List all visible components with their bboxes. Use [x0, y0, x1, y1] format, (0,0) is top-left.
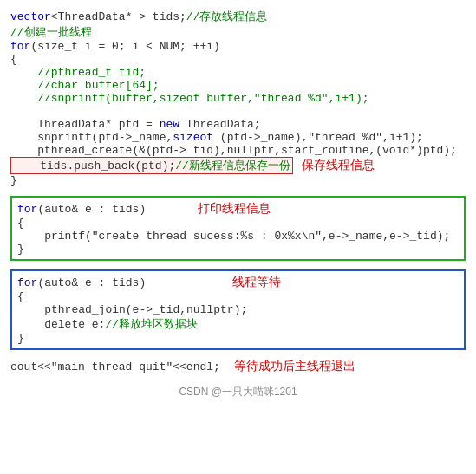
- code-line: {: [10, 53, 466, 66]
- code-text: pthread_join(e->_tid,nullptr);: [17, 303, 247, 316]
- code-text: //char buffer[64];: [10, 79, 160, 92]
- code-line: //char buffer[64];: [10, 79, 466, 92]
- code-text: for(auto& e : tids): [17, 203, 146, 216]
- code-line: }: [17, 243, 459, 256]
- code-line: pthread_create(&(ptd-> tid),nullptr,star…: [10, 144, 466, 157]
- code-text: {: [17, 290, 24, 303]
- code-text: for(size_t i = 0; i < NUM; ++i): [10, 40, 220, 53]
- code-text: //创建一批线程: [10, 24, 92, 40]
- code-line: vector<ThreadData* > tids;//存放线程信息: [10, 9, 466, 24]
- code-line: for(auto& e : tids) 打印线程信息: [17, 201, 459, 217]
- annotation-save: 保存线程信息: [302, 158, 375, 173]
- code-text: {: [10, 53, 17, 66]
- code-line: [10, 105, 466, 118]
- code-text: {: [17, 217, 24, 230]
- code-text: ThreadData* ptd = new ThreadData;: [10, 118, 261, 131]
- code-line: {: [17, 290, 459, 303]
- code-line: printf("create thread sucess:%s : 0x%x\n…: [17, 230, 459, 243]
- annotation-thread-wait: 线程等待: [232, 275, 281, 290]
- blue-section: for(auto& e : tids) 线程等待 { pthread_join(…: [10, 269, 466, 350]
- code-text: vector<ThreadData* > tids;//存放线程信息: [10, 9, 267, 24]
- code-line: snprintf(ptd->_name,sizeof (ptd->_name),…: [10, 131, 466, 144]
- code-line: delete e;//释放堆区数据块: [17, 316, 459, 332]
- green-section: for(auto& e : tids) 打印线程信息 { printf("cre…: [10, 196, 466, 261]
- code-text: cout<<"main thread quit"<<endl;: [10, 360, 220, 373]
- annotation-print: 打印线程信息: [198, 201, 271, 217]
- code-line: for(auto& e : tids) 线程等待: [17, 275, 459, 290]
- highlighted-line: tids.push_back(ptd);//新线程信息保存一份 保存线程信息: [10, 157, 466, 174]
- code-text: }: [10, 174, 17, 187]
- code-line: //pthread_t tid;: [10, 66, 466, 79]
- code-text: pthread_create(&(ptd-> tid),nullptr,star…: [10, 144, 457, 157]
- code-text: for(auto& e : tids): [17, 276, 146, 289]
- bottom-line: cout<<"main thread quit"<<endl; 等待成功后主线程…: [10, 359, 466, 374]
- code-text: delete e;//释放堆区数据块: [17, 316, 198, 332]
- code-text: snprintf(ptd->_name,sizeof (ptd->_name),…: [10, 131, 423, 144]
- code-line: ThreadData* ptd = new ThreadData;: [10, 118, 466, 131]
- code-line: }: [10, 174, 466, 187]
- footer-text: CSDN @一只大喵咪1201: [179, 386, 297, 398]
- code-text-highlighted: tids.push_back(ptd);//新线程信息保存一份: [10, 157, 293, 174]
- code-text: //pthread_t tid;: [10, 66, 146, 79]
- code-text: }: [17, 243, 24, 256]
- code-line: //创建一批线程: [10, 24, 466, 40]
- code-text: printf("create thread sucess:%s : 0x%x\n…: [17, 230, 450, 243]
- top-code-section: vector<ThreadData* > tids;//存放线程信息 //创建一…: [10, 9, 466, 187]
- code-line: //snprintf(buffer,sizeof buffer,"thread …: [10, 92, 466, 105]
- code-line: {: [17, 217, 459, 230]
- code-text: }: [17, 332, 24, 345]
- code-line: pthread_join(e->_tid,nullptr);: [17, 303, 459, 316]
- code-text: //snprintf(buffer,sizeof buffer,"thread …: [10, 92, 368, 105]
- code-line: }: [17, 332, 459, 345]
- annotation-main-quit: 等待成功后主线程退出: [234, 359, 355, 374]
- code-line: for(size_t i = 0; i < NUM; ++i): [10, 40, 466, 53]
- footer: CSDN @一只大喵咪1201: [10, 385, 466, 399]
